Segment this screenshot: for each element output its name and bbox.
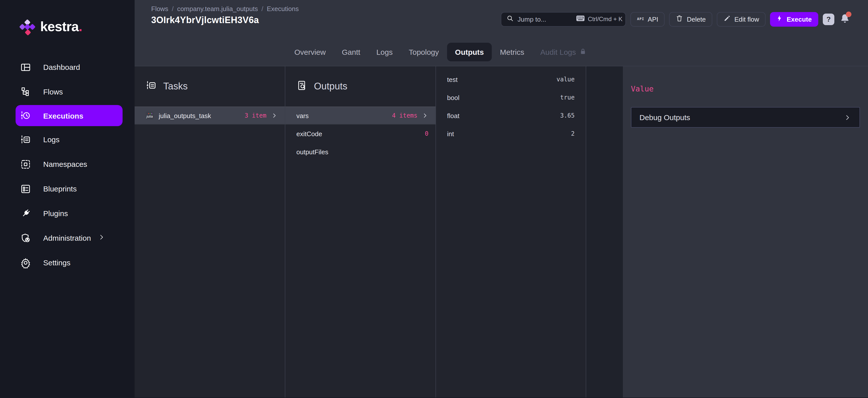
- trash-icon: [676, 14, 683, 24]
- kestra-logo-icon: [20, 19, 35, 34]
- edit-flow-button-label: Edit flow: [734, 15, 759, 23]
- lock-icon: [580, 48, 586, 56]
- var-key: int: [447, 130, 454, 137]
- sidebar-item-label: Plugins: [43, 209, 68, 218]
- kestra-app: kestra. Dashboard Flows Executions: [0, 0, 868, 398]
- value-panel-title: Value: [631, 85, 860, 93]
- task-items-badge: 3 items: [245, 112, 267, 119]
- tasks-panel-header: Tasks: [135, 66, 285, 106]
- execute-button[interactable]: Execute: [770, 12, 818, 26]
- tab-label: Metrics: [500, 48, 524, 56]
- var-key: test: [447, 75, 458, 83]
- breadcrumb-separator: /: [261, 5, 263, 12]
- tab-logs[interactable]: Logs: [368, 43, 401, 61]
- var-row-test[interactable]: test value: [436, 70, 586, 88]
- output-row-outputfiles[interactable]: outputFiles: [285, 143, 435, 161]
- jump-to-search[interactable]: Ctrl/Cmd + K: [501, 12, 626, 26]
- var-key: float: [447, 112, 459, 119]
- api-button[interactable]: API API: [631, 12, 665, 26]
- task-row-julia-outputs-task[interactable]: julia julia_outputs_task 3 items: [135, 106, 285, 125]
- tab-audit-logs[interactable]: Audit Logs: [532, 43, 594, 61]
- sidebar-item-label: Flows: [43, 87, 63, 96]
- tab-metrics[interactable]: Metrics: [492, 43, 532, 61]
- sidebar-item-dashboard[interactable]: Dashboard: [0, 55, 135, 80]
- output-label: vars: [297, 112, 309, 119]
- sidebar-item-logs[interactable]: Logs: [0, 127, 135, 152]
- sidebar-item-label: Blueprints: [43, 184, 76, 193]
- outputs-panel-title: Outputs: [314, 81, 347, 92]
- lightning-bolt-icon: [777, 14, 783, 24]
- tab-outputs[interactable]: Outputs: [447, 43, 492, 61]
- sidebar-item-blueprints[interactable]: Blueprints: [0, 176, 135, 201]
- julia-logo-icon: julia: [146, 112, 154, 120]
- chevron-right-icon: [271, 112, 278, 119]
- search-input[interactable]: [518, 15, 573, 23]
- output-label: exitCode: [297, 130, 322, 137]
- output-row-vars[interactable]: vars 4 items: [285, 106, 435, 125]
- sidebar-item-label: Executions: [43, 111, 83, 120]
- kestra-logo-text: kestra.: [40, 19, 82, 35]
- breadcrumb-executions[interactable]: Executions: [267, 5, 299, 12]
- help-button[interactable]: ?: [823, 13, 834, 25]
- tab-label: Overview: [294, 48, 326, 56]
- tab-overview[interactable]: Overview: [286, 43, 334, 61]
- tasks-list: julia julia_outputs_task 3 items: [135, 106, 285, 125]
- tab-label: Topology: [409, 48, 439, 56]
- question-mark-icon: ?: [826, 15, 831, 23]
- namespaces-icon: [20, 158, 31, 170]
- sidebar: kestra. Dashboard Flows Executions: [0, 0, 135, 398]
- sidebar-item-label: Administration: [43, 234, 91, 242]
- notifications-button[interactable]: [839, 12, 851, 26]
- sidebar-item-executions[interactable]: Executions: [16, 105, 123, 126]
- sidebar-item-settings[interactable]: Settings: [0, 250, 135, 275]
- var-value: 2: [571, 130, 575, 137]
- tab-gantt[interactable]: Gantt: [334, 43, 368, 61]
- execution-tabs: Overview Gantt Logs Topology Outputs Met…: [135, 38, 868, 66]
- logs-icon: [20, 134, 31, 145]
- executions-icon: [20, 110, 31, 121]
- chevron-right-icon: [843, 113, 851, 121]
- debug-outputs-button[interactable]: Debug Outputs: [631, 107, 860, 128]
- dashboard-icon: [20, 62, 31, 72]
- sidebar-item-label: Settings: [43, 258, 70, 267]
- output-value-badge: 0: [425, 130, 429, 137]
- sidebar-nav: Dashboard Flows Executions Logs: [0, 55, 135, 275]
- sidebar-item-flows[interactable]: Flows: [0, 80, 135, 104]
- tab-label: Outputs: [455, 48, 484, 56]
- kestra-logo[interactable]: kestra.: [0, 0, 135, 35]
- outputs-list: vars 4 items exitCode 0 outputFiles: [285, 106, 435, 161]
- var-row-int[interactable]: int 2: [436, 125, 586, 143]
- breadcrumb-namespace[interactable]: company.team.julia_outputs: [177, 5, 258, 12]
- sidebar-item-administration[interactable]: Administration: [0, 226, 135, 250]
- var-value: value: [557, 76, 575, 83]
- shortcut-label: Ctrl/Cmd + K: [588, 16, 623, 23]
- tab-label: Gantt: [342, 48, 360, 56]
- delete-button[interactable]: Delete: [669, 12, 712, 26]
- top-actions: Ctrl/Cmd + K API API Delete: [501, 0, 851, 38]
- sidebar-item-plugins[interactable]: Plugins: [0, 201, 135, 226]
- flows-icon: [20, 86, 31, 97]
- var-value: 3.65: [560, 112, 575, 119]
- breadcrumb: Flows / company.team.julia_outputs / Exe…: [151, 5, 299, 12]
- debug-outputs-label: Debug Outputs: [640, 113, 690, 122]
- value-panel: Value Debug Outputs: [623, 66, 868, 398]
- outputs-icon: [297, 80, 307, 93]
- administration-icon: [20, 233, 31, 243]
- blueprints-icon: [20, 183, 31, 194]
- chevron-right-icon: [422, 112, 429, 119]
- var-value: true: [560, 94, 575, 101]
- outputs-panel-header: Outputs: [285, 66, 435, 106]
- tasks-icon: [146, 80, 157, 93]
- breadcrumb-flows[interactable]: Flows: [151, 5, 168, 12]
- sidebar-item-label: Logs: [43, 135, 60, 144]
- vars-list: test value bool true float 3.65 int 2: [436, 66, 586, 143]
- main-area: Flows / company.team.julia_outputs / Exe…: [135, 0, 868, 398]
- outputs-explorer: Tasks julia julia_outputs_task 3 items: [135, 66, 868, 398]
- tab-topology[interactable]: Topology: [401, 43, 447, 61]
- output-row-exitcode[interactable]: exitCode 0: [285, 125, 435, 143]
- edit-flow-button[interactable]: Edit flow: [717, 12, 766, 26]
- var-row-bool[interactable]: bool true: [436, 88, 586, 106]
- settings-icon: [20, 257, 31, 268]
- var-row-float[interactable]: float 3.65: [436, 106, 586, 125]
- sidebar-item-namespaces[interactable]: Namespaces: [0, 152, 135, 176]
